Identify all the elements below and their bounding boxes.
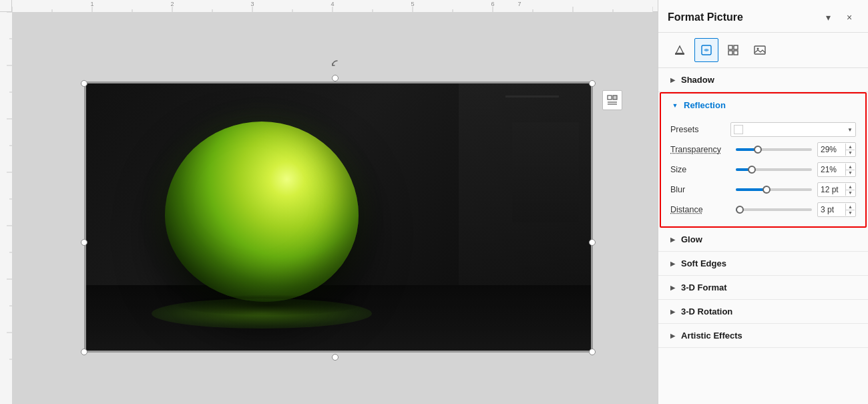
svg-text:2: 2 [170, 1, 174, 7]
handle-top-middle[interactable] [332, 75, 339, 81]
blur-label: Blur [670, 185, 730, 194]
ruler-top-svg: 1 2 3 4 5 6 7 [12, 0, 653, 12]
svg-text:1: 1 [90, 1, 93, 7]
transparency-value-input[interactable]: 29% ▲ ▼ [817, 142, 856, 157]
ruler-top: 1 2 3 4 5 6 7 [12, 0, 658, 12]
reflection-content: Presets ▼ Transparency [661, 117, 865, 226]
size-spin-up[interactable]: ▲ [845, 164, 855, 170]
transparency-spin-buttons: ▲ ▼ [845, 144, 855, 156]
three-d-format-section: 3-D Format [658, 276, 868, 300]
svg-text:5: 5 [411, 1, 414, 7]
blur-value-input[interactable]: 12 pt ▲ ▼ [817, 182, 856, 197]
soft-edges-arrow [668, 259, 677, 268]
size-slider-container [736, 168, 812, 171]
size-spin-down[interactable]: ▼ [845, 170, 855, 176]
handle-bottom-right[interactable] [589, 349, 596, 355]
svg-rect-46 [728, 45, 732, 49]
panel-collapse-button[interactable]: ▾ [819, 8, 837, 27]
size-value-input[interactable]: 21% ▲ ▼ [817, 162, 856, 177]
tab-picture[interactable] [748, 38, 772, 62]
three-d-rotation-label: 3-D Rotation [681, 307, 732, 317]
handle-bottom-middle[interactable] [332, 354, 339, 361]
layout-options-button[interactable] [602, 90, 622, 110]
tab-layout[interactable] [721, 38, 745, 62]
handle-bottom-left[interactable] [81, 349, 87, 355]
rotate-handle[interactable] [331, 59, 344, 72]
distance-slider-track [736, 208, 812, 211]
canvas-area: 1 2 3 4 5 6 7 [0, 0, 658, 404]
panel-close-button[interactable]: × [840, 8, 859, 27]
tab-effects[interactable] [694, 38, 718, 62]
artistic-effects-label: Artistic Effects [681, 331, 742, 341]
panel-header: Format Picture ▾ × [658, 0, 868, 33]
blur-row: Blur 12 pt ▲ ▼ [670, 180, 856, 200]
transparency-label: Transparency [670, 145, 730, 154]
distance-slider-thumb[interactable] [736, 206, 744, 214]
shadow-section: Shadow [658, 68, 868, 92]
size-slider-track [736, 168, 812, 171]
transparency-spin-down[interactable]: ▼ [845, 150, 855, 156]
size-spin-buttons: ▲ ▼ [845, 164, 855, 176]
reflection-section: Reflection Presets ▼ Transparency [660, 92, 867, 228]
reflection-arrow [670, 101, 680, 110]
glow-header[interactable]: Glow [658, 228, 868, 251]
blur-spin-up[interactable]: ▲ [845, 184, 855, 190]
handle-top-left[interactable] [81, 80, 87, 87]
svg-rect-49 [734, 51, 738, 55]
svg-rect-50 [754, 46, 765, 54]
glow-arrow [668, 235, 677, 244]
handle-middle-right[interactable] [589, 239, 596, 246]
presets-button[interactable]: ▼ [730, 122, 856, 137]
artistic-effects-header[interactable]: Artistic Effects [658, 324, 868, 347]
three-d-rotation-header[interactable]: 3-D Rotation [658, 300, 868, 323]
three-d-format-label: 3-D Format [681, 282, 727, 292]
glow-section: Glow [658, 228, 868, 252]
artistic-effects-section: Artistic Effects [658, 324, 868, 348]
svg-text:7: 7 [517, 1, 521, 7]
transparency-slider-thumb[interactable] [754, 146, 762, 154]
svg-point-51 [757, 48, 759, 50]
presets-dropdown-arrow: ▼ [847, 127, 853, 133]
blur-slider-thumb[interactable] [763, 186, 771, 194]
tab-fill[interactable] [668, 38, 692, 62]
blur-spin-buttons: ▲ ▼ [845, 184, 855, 196]
shadow-arrow [668, 75, 677, 85]
image-placeholder [85, 82, 592, 352]
size-row: Size 21% ▲ ▼ [670, 160, 856, 180]
three-d-format-header[interactable]: 3-D Format [658, 276, 868, 299]
transparency-slider-container [736, 148, 812, 151]
canvas-page [75, 32, 596, 386]
blur-slider-track [736, 188, 812, 191]
distance-slider-container [736, 208, 812, 211]
presets-row: Presets ▼ [670, 120, 856, 140]
shadow-label: Shadow [681, 75, 714, 85]
format-panel: Format Picture ▾ × [658, 0, 868, 404]
image-container[interactable] [84, 81, 593, 353]
soft-edges-label: Soft Edges [681, 258, 726, 268]
handle-middle-left[interactable] [81, 239, 87, 246]
soft-edges-section: Soft Edges [658, 252, 868, 276]
svg-text:4: 4 [331, 1, 334, 7]
three-d-format-arrow [668, 283, 677, 292]
shadow-header[interactable]: Shadow [658, 68, 868, 91]
svg-text:3: 3 [250, 1, 254, 7]
distance-value-input[interactable]: 3 pt ▲ ▼ [817, 202, 856, 217]
three-d-rotation-section: 3-D Rotation [658, 300, 868, 324]
soft-edges-header[interactable]: Soft Edges [658, 252, 868, 275]
transparency-spin-up[interactable]: ▲ [845, 144, 855, 150]
presets-square [734, 125, 743, 134]
blur-spin-down[interactable]: ▼ [845, 190, 855, 196]
glow-label: Glow [681, 234, 702, 244]
distance-spin-up[interactable]: ▲ [845, 204, 855, 210]
panel-scroll: Shadow Reflection Presets ▼ [658, 68, 868, 404]
svg-rect-40 [608, 95, 612, 99]
svg-text:6: 6 [491, 1, 494, 7]
handle-top-right[interactable] [589, 80, 596, 87]
transparency-slider-track [736, 148, 812, 151]
reflection-header[interactable]: Reflection [661, 93, 865, 117]
transparency-row: Transparency 29% ▲ ▼ [670, 140, 856, 160]
distance-spin-down[interactable]: ▼ [845, 210, 855, 216]
svg-rect-47 [734, 45, 738, 49]
size-slider-thumb[interactable] [748, 166, 756, 174]
ruler-corner [0, 0, 12, 12]
